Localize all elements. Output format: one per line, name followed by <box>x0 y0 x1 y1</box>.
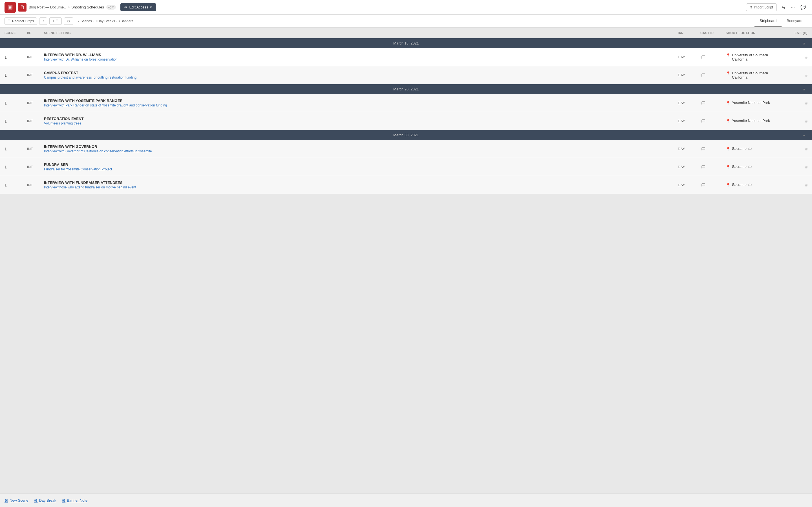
location-pin-icon: 📍 <box>726 147 730 151</box>
location-pin-icon: 📍 <box>726 183 730 187</box>
scene-desc[interactable]: Fundraiser for Yosemite Conservation Pro… <box>44 167 678 171</box>
reorder-icon: ☰ <box>8 19 11 23</box>
est-value: # <box>782 165 808 169</box>
hash-1: # <box>803 41 805 45</box>
chevron-down-icon: ▾ <box>150 5 152 9</box>
banner-note-button[interactable]: ⊕ Banner Note <box>62 498 87 503</box>
scene-desc[interactable]: Interview those who attend fundraiser on… <box>44 185 678 189</box>
breadcrumb: Blog Post — Docume.. > Shooting Schedule… <box>29 5 104 9</box>
date-separator-2: March 20, 2021 # <box>0 84 812 94</box>
plus-icon: ⊕ <box>4 498 8 503</box>
table-row[interactable]: 1 INT INTERVIEW WITH YOSEMITE PARK RANGE… <box>0 94 812 112</box>
cast-tag-icon: 🏷 <box>700 72 726 78</box>
pencil-icon: ✏ <box>124 5 128 9</box>
schedule-title[interactable]: Shooting Schedules <box>71 5 104 9</box>
tab-area: Stripboard Boneyard <box>755 15 808 27</box>
import-script-button[interactable]: ⬆ Import Script <box>746 3 777 11</box>
table-row[interactable]: 1 INT INTERVIEW WITH FUNDRAISER ATTENDEE… <box>0 176 812 194</box>
doc-title[interactable]: Blog Post — Docume.. <box>29 5 66 9</box>
est-value: # <box>782 183 808 187</box>
location-text: Sacramento <box>732 182 752 187</box>
version-badge[interactable]: v0 ▾ <box>106 5 116 10</box>
topbar: Blog Post — Docume.. > Shooting Schedule… <box>0 0 812 15</box>
location-text: University of Southern California <box>732 71 782 79</box>
dn-label: DAY <box>678 73 700 77</box>
location-pin-icon: 📍 <box>726 101 730 105</box>
location-pin-icon: 📍 <box>726 119 730 123</box>
dn-label: DAY <box>678 147 700 151</box>
footer: ⊕ New Scene ⊕ Day Break ⊕ Banner Note <box>0 494 812 507</box>
ie-label: INT <box>27 55 44 59</box>
cast-tag-icon: 🏷 <box>700 164 726 170</box>
est-value: # <box>782 73 808 77</box>
col-dn: D/N <box>678 31 700 35</box>
day-break-button[interactable]: ⊕ Day Break <box>34 498 56 503</box>
plus-icon: ⊕ <box>62 498 65 503</box>
scene-info: INTERVIEW WITH DR. WILLIAMS Interview wi… <box>44 49 678 65</box>
table-row[interactable]: 1 INT FUNDRAISER Fundraiser for Yosemite… <box>0 158 812 176</box>
est-value: # <box>782 119 808 123</box>
table-row[interactable]: 1 INT INTERVIEW WITH DR. WILLIAMS Interv… <box>0 48 812 66</box>
scene-num: 1 <box>4 73 27 77</box>
dn-label: DAY <box>678 165 700 169</box>
new-scene-button[interactable]: ⊕ New Scene <box>4 498 28 503</box>
ie-label: INT <box>27 183 44 187</box>
toolbar: ☰ Reorder Strips ↕ + ☰ ⚙ 7 Scenes · 0 Da… <box>0 15 812 27</box>
dn-label: DAY <box>678 101 700 105</box>
location-text: Yosemite National Park <box>732 101 770 105</box>
reorder-strips-button[interactable]: ☰ Reorder Strips <box>4 17 37 25</box>
breadcrumb-sep: > <box>68 5 70 9</box>
col-scene: SCENE <box>4 31 27 35</box>
date-label-3: March 30, 2021 <box>393 133 419 137</box>
cast-tag-icon: 🏷 <box>700 100 726 106</box>
column-headers: SCENE I/E SCENE SETTING D/N CAST ID SHOO… <box>0 27 812 38</box>
cast-tag-icon: 🏷 <box>700 54 726 60</box>
ie-label: INT <box>27 119 44 123</box>
scene-title: RESTORATION EVENT <box>44 117 678 121</box>
scene-title: INTERVIEW WITH FUNDRAISER ATTENDEES <box>44 180 678 185</box>
location-cell: 📍 Sacramento <box>726 165 782 169</box>
location-text: Sacramento <box>732 147 752 151</box>
scene-num: 1 <box>4 101 27 105</box>
app-logo[interactable] <box>4 2 16 13</box>
scene-num: 1 <box>4 55 27 59</box>
table-row[interactable]: 1 INT RESTORATION EVENT Volunteers plant… <box>0 112 812 130</box>
date-separator-3: March 30, 2021 # <box>0 130 812 140</box>
scene-desc[interactable]: Volunteers planting trees <box>44 121 678 125</box>
location-pin-icon: 📍 <box>726 53 730 58</box>
more-options-button[interactable]: ··· <box>790 3 796 11</box>
est-value: # <box>782 147 808 151</box>
est-value: # <box>782 101 808 105</box>
table-container: SCENE I/E SCENE SETTING D/N CAST ID SHOO… <box>0 27 812 494</box>
print-button[interactable]: 🖨 <box>779 3 787 11</box>
table-row[interactable]: 1 INT INTERVIEW WITH GOVERNOR Interview … <box>0 140 812 158</box>
cast-tag-icon: 🏷 <box>700 118 726 124</box>
settings-button[interactable]: ⚙ <box>64 17 73 25</box>
tab-boneyard[interactable]: Boneyard <box>781 15 808 27</box>
scene-desc[interactable]: Campus protest and awareness for cutting… <box>44 75 678 79</box>
scene-num: 1 <box>4 165 27 169</box>
table-row[interactable]: 1 INT CAMPUS PROTEST Campus protest and … <box>0 66 812 84</box>
scene-desc[interactable]: Interview with Dr. Williams on forest co… <box>44 57 678 61</box>
scene-info: RESTORATION EVENT Volunteers planting tr… <box>44 113 678 129</box>
dn-label: DAY <box>678 119 700 123</box>
scene-desc[interactable]: Interview with Park Ranger on state of Y… <box>44 103 678 107</box>
cast-tag-icon: 🏷 <box>700 146 726 152</box>
location-text: Yosemite National Park <box>732 119 770 123</box>
chat-button[interactable]: 💬 <box>799 3 808 11</box>
sort-button[interactable]: ↕ <box>39 17 47 25</box>
location-cell: 📍 University of Southern California <box>726 71 782 79</box>
upload-icon: ⬆ <box>750 5 753 9</box>
est-value: # <box>782 55 808 59</box>
col-cast-id: CAST ID <box>700 31 726 35</box>
doc-icon-svg <box>20 5 24 10</box>
location-pin-icon: 📍 <box>726 165 730 169</box>
stats-text: 7 Scenes · 0 Day Breaks · 3 Banners <box>78 19 133 23</box>
scene-desc[interactable]: Interview with Governor of California on… <box>44 149 678 153</box>
add-column-button[interactable]: + ☰ <box>49 17 61 25</box>
edit-access-button[interactable]: ✏ Edit Access ▾ <box>120 3 156 11</box>
scene-num: 1 <box>4 183 27 187</box>
topbar-right: ⬆ Import Script 🖨 ··· 💬 <box>746 3 808 11</box>
ie-label: INT <box>27 147 44 151</box>
tab-stripboard[interactable]: Stripboard <box>755 15 781 27</box>
